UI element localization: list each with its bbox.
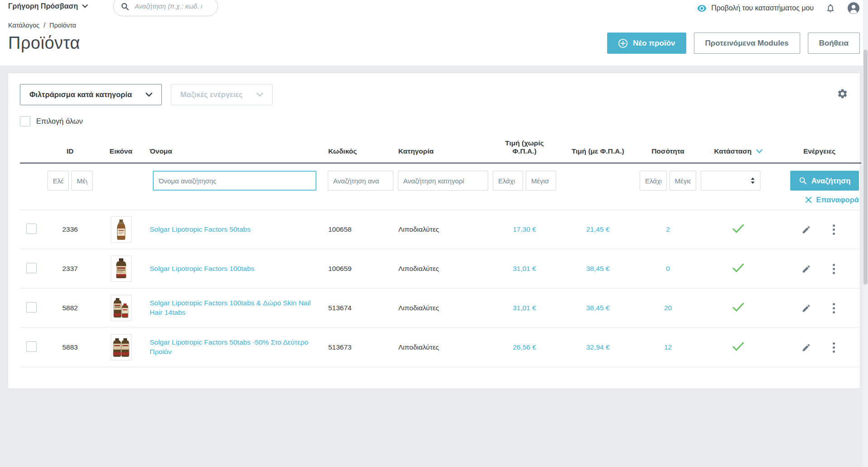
category-filter-dropdown[interactable]: Φιλτράρισμα κατά κατηγορία <box>20 84 162 105</box>
product-reference: 513673 <box>326 328 396 367</box>
edit-pencil-icon[interactable] <box>802 225 811 234</box>
status-active-check-icon[interactable] <box>732 224 745 234</box>
filter-reference-input[interactable] <box>328 171 393 191</box>
row-checkbox[interactable] <box>26 263 37 273</box>
content-area: Φιλτράρισμα κατά κατηγορία Μαζικές ενέργ… <box>0 65 868 396</box>
notifications-bell-button[interactable] <box>826 3 835 14</box>
select-all-checkbox[interactable] <box>20 116 30 126</box>
select-updown-icon <box>750 177 755 184</box>
table-row: 2336 Solgar Lipotropic Factors 50tabs 10… <box>20 210 861 249</box>
help-button[interactable]: Βοήθεια <box>808 33 860 54</box>
filter-qty-min-input[interactable] <box>640 171 667 191</box>
scrollbar-thumb[interactable] <box>863 50 868 285</box>
header-buttons: Νέο προϊόν Προτεινόμενα Modules Βοήθεια <box>607 33 860 54</box>
product-quantity: 2 <box>637 210 698 249</box>
search-icon <box>121 2 129 11</box>
row-checkbox[interactable] <box>26 341 37 352</box>
quick-access-menu[interactable]: Γρήγορη Πρόσβαση <box>8 2 88 10</box>
breadcrumb-current: Προϊόντα <box>49 22 76 29</box>
filter-status-select[interactable] <box>701 171 760 191</box>
filter-name-input[interactable] <box>153 171 316 191</box>
edit-pencil-icon[interactable] <box>802 264 811 274</box>
view-store-link[interactable]: Προβολή του καταστήματος μου <box>697 4 814 12</box>
quick-access-label: Γρήγορη Πρόσβαση <box>8 2 78 10</box>
avatar-icon <box>847 2 860 14</box>
product-thumbnail <box>111 334 132 360</box>
column-header-status[interactable]: Κατάσταση <box>698 134 778 163</box>
row-menu-kebab-icon[interactable] <box>830 224 838 236</box>
product-price-excl: 31,01 € <box>491 289 558 328</box>
edit-pencil-icon[interactable] <box>802 343 811 352</box>
column-header-category[interactable]: Κατηγορία <box>396 134 491 163</box>
filter-price-min-input[interactable] <box>493 171 523 191</box>
product-category: Λιποδιαλύτες <box>396 210 491 249</box>
panel-toolbar: Φιλτράρισμα κατά κατηγορία Μαζικές ενέργ… <box>20 84 848 105</box>
edit-pencil-icon[interactable] <box>802 304 811 313</box>
row-checkbox[interactable] <box>26 224 37 234</box>
products-panel: Φιλτράρισμα κατά κατηγορία Μαζικές ενέργ… <box>8 73 860 389</box>
product-name-link[interactable]: Solgar Lipotropic Factors 50tabs <box>150 225 250 233</box>
product-price-incl: 38,45 € <box>558 289 637 328</box>
column-header-name[interactable]: Όνομα <box>147 134 326 163</box>
filter-id-max-input[interactable] <box>71 171 93 191</box>
select-all-label: Επιλογή όλων <box>36 117 83 126</box>
recommended-modules-button[interactable]: Προτεινόμενα Modules <box>694 33 800 54</box>
product-thumbnail <box>111 295 132 321</box>
breadcrumb-parent[interactable]: Κατάλογος <box>8 22 39 29</box>
status-active-check-icon[interactable] <box>732 263 745 273</box>
product-thumbnail <box>111 256 132 282</box>
filter-category-input[interactable] <box>398 171 488 191</box>
filter-search-button[interactable]: Αναζήτηση <box>790 171 859 191</box>
select-all-row: Επιλογή όλων <box>20 116 848 126</box>
column-header-id[interactable]: ID <box>45 134 95 163</box>
row-checkbox[interactable] <box>26 302 37 313</box>
column-header-reference[interactable]: Κωδικός <box>326 134 396 163</box>
product-name-link[interactable]: Solgar Lipotropic Factors 100tabs & Δώρο… <box>150 299 311 316</box>
column-header-quantity[interactable]: Ποσότητα <box>637 134 698 163</box>
product-quantity: 0 <box>637 249 698 289</box>
page-title: Προϊόντα <box>8 33 80 53</box>
help-label: Βοήθεια <box>819 39 849 48</box>
filter-qty-max-input[interactable] <box>670 171 697 191</box>
filter-reset-label: Επαναφορά <box>816 196 859 204</box>
scrollbar-track[interactable] <box>863 0 868 467</box>
product-thumbnail-image <box>113 258 129 280</box>
row-menu-kebab-icon[interactable] <box>830 263 838 275</box>
row-menu-kebab-icon[interactable] <box>830 341 838 354</box>
column-header-price-incl[interactable]: Τιμή (με Φ.Π.Α.) <box>558 134 637 163</box>
topbar: Γρήγορη Πρόσβαση Προβολή του καταστήματο… <box>0 0 868 15</box>
row-menu-kebab-icon[interactable] <box>830 302 838 314</box>
topbar-search-input[interactable] <box>134 2 206 10</box>
product-price-incl: 38,45 € <box>558 249 637 289</box>
new-product-button[interactable]: Νέο προϊόν <box>607 33 686 54</box>
column-header-price-excl[interactable]: Τιμή (χωρίς Φ.Π.Α.) <box>491 134 558 163</box>
product-name-link[interactable]: Solgar Lipotropic Factors 50tabs -50% Στ… <box>150 338 308 355</box>
sort-chevron-down-icon[interactable] <box>756 149 762 154</box>
grid-settings-button[interactable] <box>837 88 848 101</box>
product-price-excl: 17,30 € <box>491 210 558 249</box>
gear-icon <box>837 88 848 99</box>
topbar-search[interactable] <box>113 0 218 16</box>
filter-id-min-input[interactable] <box>47 171 69 191</box>
product-thumbnail-image <box>113 297 129 319</box>
product-name-link[interactable]: Solgar Lipotropic Factors 100tabs <box>150 265 255 272</box>
product-id: 5882 <box>45 289 95 328</box>
product-price-excl: 31,01 € <box>491 249 558 289</box>
topbar-right: Προβολή του καταστήματος μου <box>697 2 860 14</box>
product-thumbnail <box>111 216 132 243</box>
bulk-actions-dropdown[interactable]: Μαζικές ενέργειες <box>171 84 273 105</box>
product-thumbnail-image <box>114 219 128 240</box>
product-id: 2337 <box>45 249 95 289</box>
filter-price-max-input[interactable] <box>526 171 556 191</box>
product-id: 2336 <box>45 210 95 249</box>
status-active-check-icon[interactable] <box>732 302 745 312</box>
table-row: 5882 Solgar Lipotropic Factors 100tabs &… <box>20 289 861 328</box>
status-active-check-icon[interactable] <box>732 341 745 351</box>
product-quantity: 20 <box>637 289 698 328</box>
product-reference: 100658 <box>326 210 396 249</box>
account-menu-button[interactable] <box>847 2 860 14</box>
breadcrumb-separator: / <box>43 22 45 29</box>
recommended-modules-label: Προτεινόμενα Modules <box>705 39 789 48</box>
table-header-row: ID Εικόνα Όνομα Κωδικός Κατηγορία Τιμή (… <box>20 134 861 163</box>
filter-reset-link[interactable]: Επαναφορά <box>805 196 859 204</box>
